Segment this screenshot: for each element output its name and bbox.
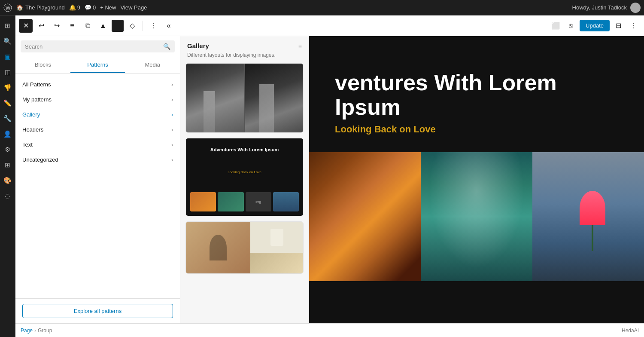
breadcrumb-page[interactable]: Page [21,328,33,334]
gallery-image-3 [532,152,644,281]
left-panel: 🔍 Blocks Patterns Media All Patterns › [15,36,180,323]
site-name[interactable]: 🏠 The Playground [16,4,65,11]
content-area: 🔍 Blocks Patterns Media All Patterns › [15,36,644,323]
patterns-description: Different layouts for displaying images. [180,52,309,63]
japanese-preview [186,222,303,273]
external-link-button[interactable]: ⎋ [564,19,578,33]
icon-bar-home[interactable]: ⊞ [1,19,15,33]
chevron-icon: › [171,97,173,103]
top-bar-left: W 🏠 The Playground 🔔 9 💬 0 + New View Pa… [3,3,147,12]
explore-btn-wrap: Explore all patterns [15,298,180,323]
jp-left [186,222,250,273]
top-bar-right: Howdy, Justin Tadlock [572,3,641,13]
icon-bar-tools[interactable]: 🔧 [1,112,15,126]
breadcrumb-separator: › [34,328,36,334]
icon-bar-dislike[interactable]: 👎 [1,81,15,95]
notification-count[interactable]: 🔔 9 [69,4,80,11]
tab-blocks[interactable]: Blocks [15,57,70,73]
desktop-view-button[interactable]: ⬜ [549,19,562,33]
new-button[interactable]: + New [100,4,116,11]
view-page-link[interactable]: View Page [120,4,147,11]
chevron-icon: › [171,82,173,88]
icon-bar-patterns[interactable]: ◫ [1,65,15,79]
tab-patterns[interactable]: Patterns [70,57,125,73]
search-input[interactable] [25,43,160,50]
comments-count[interactable]: 💬 0 [85,4,96,11]
search-icon: 🔍 [163,43,170,50]
icon-bar-grid[interactable]: ⊞ [1,158,15,172]
preview-gallery [309,152,644,281]
more-options-button[interactable]: ⋮ [146,19,160,33]
preview-hero: ventures With Lorem Ipsum Looking Back o… [309,36,644,152]
site-icon: 🏠 [16,4,23,11]
category-list: All Patterns › My patterns › Gallery › H… [15,74,180,298]
category-gallery[interactable]: Gallery › [15,107,180,122]
update-button[interactable]: Update [580,20,610,31]
breadcrumb: Page › Group [21,328,52,334]
tabs: Blocks Patterns Media [15,57,180,74]
patterns-title: Gallery [187,42,209,49]
user-greeting: Howdy, Justin Tadlock [572,4,627,11]
icon-bar-brush[interactable]: 🎨 [1,174,15,187]
chevron-icon: › [171,142,173,148]
list-view-button[interactable]: ≡ [65,19,79,33]
patterns-filter-icon[interactable]: ≡ [298,43,302,49]
adventure-thumb-2 [218,192,243,211]
icon-bar-blocks[interactable]: ▣ [1,50,15,64]
category-uncategorized[interactable]: Uncategorized › [15,152,180,167]
explore-patterns-button[interactable]: Explore all patterns [22,304,173,318]
adventure-preview: Adventures With Lorem Ipsum Looking Back… [186,138,303,216]
svg-text:W: W [6,5,11,11]
block-color[interactable] [112,20,124,32]
chevron-icon: › [171,112,173,118]
breadcrumb-group: Group [38,328,52,334]
icon-bar-user[interactable]: 👤 [1,127,15,141]
search-input-wrap[interactable]: 🔍 [21,40,175,52]
waterfall-preview [186,64,303,132]
icon-bar-circle[interactable]: ◌ [1,189,15,203]
adventure-title: Adventures With Lorem Ipsum [210,147,279,152]
search-box: 🔍 [15,36,180,57]
main-layout: ⊞ 🔍 ▣ ◫ 👎 ✏️ 🔧 👤 ⚙ ⊞ 🎨 ◌ ✕ ↩ ↪ ≡ ⧉ ▲ ◇ ⋮… [0,15,644,337]
tab-media[interactable]: Media [125,57,180,73]
user-avatar [630,3,641,13]
copy-button[interactable]: ⧉ [81,19,94,33]
gallery-image-2 [421,152,532,281]
icon-bar-search[interactable]: 🔍 [1,34,15,48]
category-headers[interactable]: Headers › [15,122,180,137]
wp-logo[interactable]: W [3,3,12,12]
jp-right [250,222,303,273]
undo-button[interactable]: ↩ [34,19,48,33]
chevron-icon: › [171,127,173,133]
adventure-thumb-3: img [246,192,271,211]
pattern-card-japanese[interactable] [185,221,304,274]
jp-bottom [250,253,303,273]
notification-icon: 🔔 [69,4,76,11]
block-mover-up[interactable]: ▲ [96,19,110,33]
page-preview: ventures With Lorem Ipsum Looking Back o… [309,36,644,323]
pattern-card-waterfall[interactable] [185,63,304,133]
icon-bar-edit[interactable]: ✏️ [1,96,15,110]
redo-button[interactable]: ↪ [50,19,64,33]
sidebar-toggle-button[interactable]: ⊟ [611,19,625,33]
block-outline[interactable]: ◇ [125,19,139,33]
patterns-panel: Gallery ≡ Different layouts for displayi… [180,36,309,323]
close-button[interactable]: ✕ [19,19,33,33]
category-my-patterns[interactable]: My patterns › [15,92,180,107]
adventure-subtitle: Looking Back on Love [228,170,261,174]
toolbar-right: ⬜ ⎋ Update ⊟ ⋮ [549,19,641,33]
adventure-thumb-4 [273,192,299,211]
canvas-area: ventures With Lorem Ipsum Looking Back o… [309,36,644,323]
toolbar: ✕ ↩ ↪ ≡ ⧉ ▲ ◇ ⋮ « ⬜ ⎋ Update ⊟ ⋮ [15,15,644,36]
options-button[interactable]: ⋮ [627,19,641,33]
pattern-card-adventure[interactable]: Adventures With Lorem Ipsum Looking Back… [185,138,304,216]
patterns-header: Gallery ≡ [180,36,309,52]
category-text[interactable]: Text › [15,137,180,152]
preview-hero-title: ventures With Lorem Ipsum [335,70,618,119]
top-bar: W 🏠 The Playground 🔔 9 💬 0 + New View Pa… [0,0,644,15]
collapse-button[interactable]: « [162,19,176,33]
branding-label: HedaAI [622,328,639,334]
icon-bar-settings[interactable]: ⚙ [1,143,15,156]
jp-top [250,222,303,253]
category-all-patterns[interactable]: All Patterns › [15,77,180,92]
